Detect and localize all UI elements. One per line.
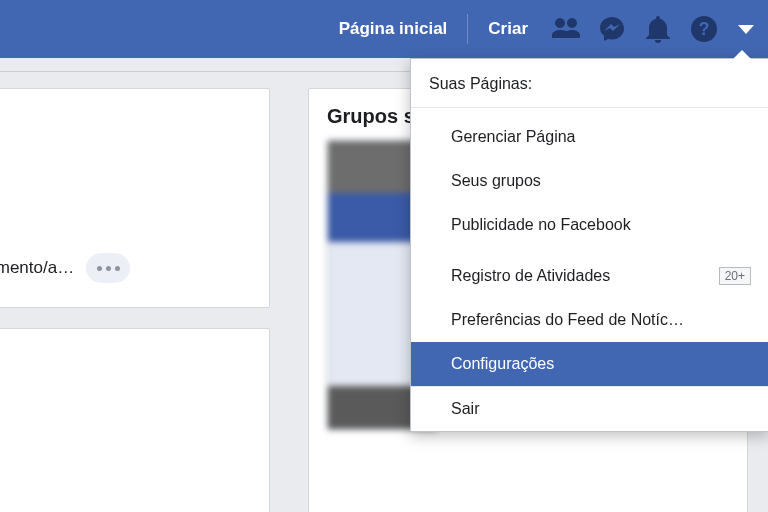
activity-badge: 20+ <box>719 267 751 285</box>
menu-activity-log[interactable]: Registro de Atividades 20+ <box>411 247 768 298</box>
friends-icon[interactable] <box>548 11 584 47</box>
create-link[interactable]: Criar <box>478 19 538 39</box>
left-card: Sentimento/a… <box>0 88 270 308</box>
menu-advertising[interactable]: Publicidade no Facebook <box>411 203 768 247</box>
home-link[interactable]: Página inicial <box>329 19 458 39</box>
account-caret-icon[interactable] <box>738 25 754 34</box>
bell-icon[interactable] <box>640 11 676 47</box>
menu-news-feed-prefs[interactable]: Preferências do Feed de Notíc… <box>411 298 768 342</box>
svg-text:?: ? <box>699 19 710 39</box>
feeling-tag[interactable]: Sentimento/a… <box>0 258 74 278</box>
more-button[interactable] <box>86 253 130 283</box>
account-dropdown: Suas Páginas: Gerenciar Página Seus grup… <box>410 58 768 432</box>
menu-logout[interactable]: Sair <box>411 387 768 431</box>
dropdown-section-title: Suas Páginas: <box>411 59 768 107</box>
nav-divider <box>467 14 468 44</box>
left-card-2 <box>0 328 270 512</box>
menu-settings[interactable]: Configurações <box>411 342 768 386</box>
top-nav: Página inicial Criar ? <box>0 0 768 58</box>
menu-manage-page[interactable]: Gerenciar Página <box>411 108 768 159</box>
messenger-icon[interactable] <box>594 11 630 47</box>
help-icon[interactable]: ? <box>686 11 722 47</box>
menu-your-groups[interactable]: Seus grupos <box>411 159 768 203</box>
